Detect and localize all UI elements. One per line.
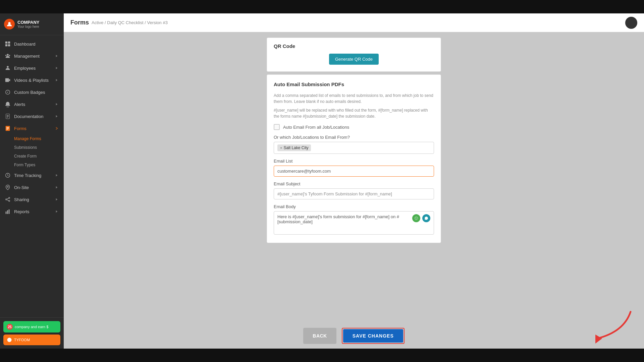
- sidebar-item-forms[interactable]: Forms: [0, 122, 64, 134]
- svg-rect-4: [8, 44, 10, 46]
- company-name: COMPANY: [17, 20, 39, 25]
- promo-badge: 25: [7, 324, 13, 330]
- sidebar-item-reports-label: Reports: [14, 209, 30, 214]
- svg-marker-33: [595, 335, 602, 344]
- sidebar-item-dashboard-label: Dashboard: [14, 42, 36, 47]
- job-location-label: Or which Job/Locations to Email From?: [274, 135, 434, 140]
- sidebar-item-time-tracking-label: Time Tracking: [14, 173, 41, 178]
- svg-line-24: [7, 198, 8, 199]
- svg-rect-26: [6, 212, 7, 214]
- svg-point-21: [6, 199, 7, 200]
- page-header: Forms Active / Daily QC Checklist / Vers…: [64, 13, 644, 32]
- sidebar-item-time-tracking[interactable]: Time Tracking: [0, 169, 64, 181]
- sidebar: COMPANY Your logo here Dashboard Managem…: [0, 13, 64, 349]
- subnav-manage-forms[interactable]: Manage Forms: [14, 134, 64, 143]
- save-changes-button[interactable]: SAVE CHANGES: [343, 329, 403, 343]
- svg-rect-1: [5, 42, 7, 44]
- svg-point-20: [7, 186, 8, 187]
- tyfoom-button[interactable]: TYFOOM: [3, 335, 60, 345]
- sidebar-item-dashboard[interactable]: Dashboard: [0, 38, 64, 50]
- email-desc-2: #[user_name] will be replaced with who f…: [274, 107, 434, 119]
- email-list-label: Email List: [274, 159, 434, 164]
- page-title: Forms: [70, 19, 89, 26]
- sidebar-item-sharing-label: Sharing: [14, 197, 29, 202]
- sidebar-item-forms-label: Forms: [14, 126, 26, 131]
- svg-point-22: [9, 197, 10, 199]
- salt-lake-city-tag: × Salt Lake City: [277, 144, 311, 151]
- sidebar-item-employees-label: Employees: [14, 66, 36, 71]
- header-left: Forms Active / Daily QC Checklist / Vers…: [70, 19, 168, 26]
- sidebar-logo: COMPANY Your logo here: [0, 13, 64, 35]
- svg-point-31: [415, 218, 416, 218]
- sidebar-promo: 25 company and earn $ TYFOOM: [0, 317, 64, 349]
- svg-point-0: [8, 22, 10, 24]
- svg-rect-27: [7, 210, 8, 214]
- save-btn-wrapper: SAVE CHANGES: [342, 328, 405, 344]
- tyfoom-label: TYFOOM: [14, 338, 30, 342]
- sidebar-item-management[interactable]: Management: [0, 50, 64, 62]
- forms-subnav: Manage Forms Submissions Create Form For…: [0, 134, 64, 169]
- breadcrumb: Active / Daily QC Checklist / Version #3: [92, 20, 168, 25]
- svg-point-32: [417, 218, 417, 218]
- logo-text: COMPANY Your logo here: [17, 20, 39, 28]
- sidebar-item-documentation-label: Documentation: [14, 114, 43, 119]
- svg-line-25: [7, 200, 8, 201]
- promo-button[interactable]: 25 company and earn $: [3, 321, 60, 333]
- qr-section-title: QR Code: [274, 43, 434, 49]
- user-avatar[interactable]: [625, 17, 637, 29]
- bottom-action-bar: BACK SAVE CHANGES: [64, 323, 644, 349]
- sidebar-item-custom-badges-label: Custom Badges: [14, 90, 45, 95]
- sidebar-item-alerts[interactable]: Alerts: [0, 98, 64, 110]
- email-subject-label: Email Subject: [274, 181, 434, 186]
- svg-point-23: [9, 200, 10, 202]
- main-content: Forms Active / Daily QC Checklist / Vers…: [64, 13, 644, 349]
- svg-rect-28: [9, 209, 10, 214]
- main-wrapper: QR Code Generate QR Code Auto Email Subm…: [64, 32, 644, 349]
- sidebar-item-employees[interactable]: Employees: [0, 62, 64, 74]
- tag-remove-icon[interactable]: ×: [280, 146, 282, 150]
- sidebar-item-reports[interactable]: Reports: [0, 205, 64, 218]
- email-section-title: Auto Email Submission PDFs: [274, 81, 434, 87]
- svg-point-30: [415, 217, 418, 220]
- auto-email-section: Auto Email Submission PDFs Add a comma s…: [267, 74, 441, 243]
- sidebar-item-custom-badges[interactable]: Custom Badges: [0, 86, 64, 98]
- svg-rect-2: [8, 42, 10, 44]
- sidebar-item-management-label: Management: [14, 54, 40, 59]
- svg-point-6: [5, 55, 7, 56]
- svg-point-29: [7, 338, 12, 342]
- sidebar-item-sharing[interactable]: Sharing: [0, 193, 64, 205]
- email-subject-input[interactable]: [274, 188, 434, 199]
- subnav-submissions[interactable]: Submissions: [14, 143, 64, 152]
- sidebar-item-on-site-label: On-Site: [14, 185, 29, 190]
- sidebar-item-on-site[interactable]: On-Site: [0, 181, 64, 193]
- auto-email-checkbox-row: Auto Email From all Job/Locations: [274, 124, 434, 130]
- sidebar-item-documentation[interactable]: Documentation: [0, 110, 64, 122]
- sidebar-nav: Dashboard Management Employees: [0, 35, 64, 317]
- generate-qr-button[interactable]: Generate QR Code: [329, 54, 379, 65]
- back-button[interactable]: BACK: [303, 328, 336, 344]
- email-body-textarea[interactable]: Here is #[user_name]'s form submission f…: [274, 211, 434, 235]
- logo-sub: Your logo here: [17, 25, 39, 28]
- email-list-input[interactable]: [274, 166, 434, 177]
- sidebar-item-alerts-label: Alerts: [14, 102, 25, 107]
- svg-point-7: [9, 55, 10, 56]
- subnav-form-types[interactable]: Form Types: [14, 161, 64, 169]
- subnav-create-form[interactable]: Create Form: [14, 152, 64, 161]
- sidebar-item-videos-label: Videos & Playlists: [14, 78, 49, 83]
- svg-rect-9: [5, 78, 9, 82]
- svg-rect-3: [5, 44, 7, 46]
- email-desc-1: Add a comma separated list of emails to …: [274, 93, 434, 105]
- svg-point-8: [7, 66, 8, 68]
- textarea-icons: [412, 214, 430, 232]
- logo-icon: [4, 19, 15, 29]
- sidebar-item-videos[interactable]: Videos & Playlists: [0, 74, 64, 86]
- svg-point-5: [7, 54, 8, 56]
- promo-label: company and earn $: [15, 325, 48, 329]
- job-location-input[interactable]: × Salt Lake City: [274, 142, 434, 154]
- qr-code-section: QR Code Generate QR Code: [267, 38, 441, 72]
- auto-email-checkbox[interactable]: [274, 124, 280, 130]
- tag-label: Salt Lake City: [283, 145, 308, 150]
- whatsapp-icon[interactable]: [422, 214, 430, 222]
- email-body-label: Email Body: [274, 204, 434, 209]
- emoji-icon[interactable]: [412, 214, 420, 222]
